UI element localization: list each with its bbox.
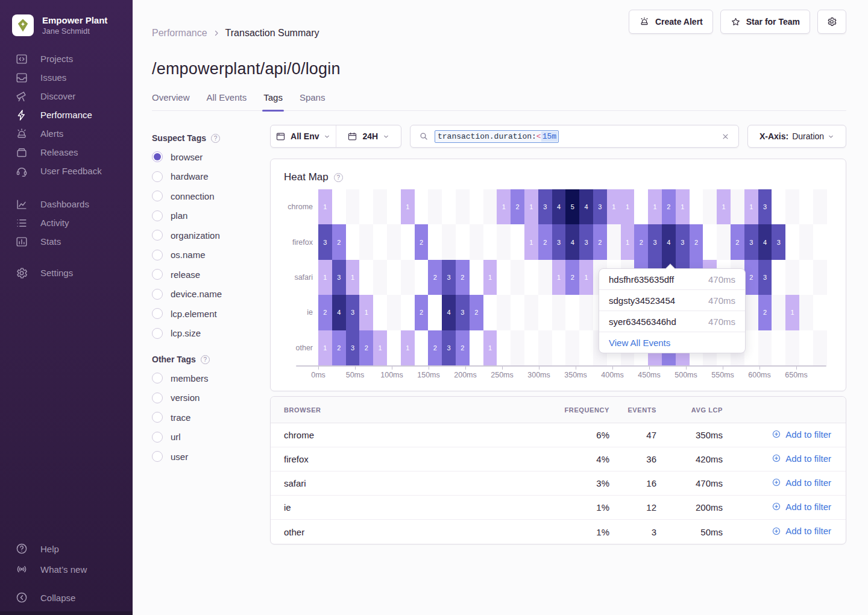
heatmap-cell[interactable]: 3 (346, 295, 360, 330)
sidebar-item-issues[interactable]: Issues (0, 68, 133, 87)
heatmap-cell[interactable]: 2 (456, 260, 470, 295)
heatmap-cell[interactable]: 2 (415, 295, 429, 330)
radio-icon[interactable] (152, 230, 163, 241)
heatmap-cell[interactable]: 3 (579, 224, 593, 259)
add-to-filter-link[interactable]: Add to filter (772, 453, 831, 464)
heatmap-cell[interactable]: 4 (579, 189, 593, 224)
heatmap-cell[interactable]: 2 (332, 330, 346, 365)
sidebar-item-discover[interactable]: Discover (0, 87, 133, 106)
heatmap-cell[interactable]: 2 (538, 224, 552, 259)
heatmap-cell[interactable]: 4 (442, 295, 456, 330)
tag-option-members[interactable]: members (152, 368, 259, 388)
heatmap-cell[interactable]: 2 (318, 295, 332, 330)
heatmap-cell[interactable]: 1 (401, 189, 415, 224)
heatmap-cell[interactable]: 3 (442, 260, 456, 295)
heatmap-cell[interactable]: 2 (332, 224, 346, 259)
heatmap-cell[interactable]: 1 (346, 260, 360, 295)
tag-option-trace[interactable]: trace (152, 408, 259, 427)
heatmap-cell[interactable]: 3 (593, 189, 607, 224)
radio-icon[interactable] (152, 451, 163, 462)
heatmap-cell[interactable]: 2 (456, 330, 470, 365)
heatmap-cell[interactable]: 2 (565, 260, 579, 295)
heatmap-cell[interactable]: 2 (634, 224, 648, 259)
search-filter-token[interactable]: transaction.duration:<15m (435, 130, 559, 143)
heatmap-cell[interactable]: 3 (552, 224, 566, 259)
sidebar-item-alerts[interactable]: Alerts (0, 124, 133, 143)
tag-option-release[interactable]: release (152, 265, 259, 285)
radio-icon[interactable] (152, 210, 163, 221)
tab-spans[interactable]: Spans (300, 92, 326, 110)
tag-option-hardware[interactable]: hardware (152, 167, 259, 187)
org-logo-icon[interactable] (12, 14, 34, 36)
radio-icon[interactable] (152, 289, 163, 300)
radio-icon[interactable] (152, 432, 163, 443)
heatmap-cell[interactable]: 2 (731, 224, 744, 259)
help-circle-icon[interactable]: ? (211, 134, 220, 143)
tab-all-events[interactable]: All Events (207, 92, 247, 110)
create-alert-button[interactable]: Create Alert (629, 10, 713, 34)
heatmap-cell[interactable]: 1 (785, 295, 799, 330)
sidebar-item-performance[interactable]: Performance (0, 106, 133, 124)
help-circle-icon[interactable]: ? (334, 173, 343, 182)
sidebar-item-releases[interactable]: Releases (0, 143, 133, 162)
tooltip-event-row[interactable]: syer63456346hd470ms (599, 311, 745, 332)
tag-option-os-name[interactable]: os.name (152, 245, 259, 265)
sidebar-item-collapse[interactable]: Collapse (0, 587, 133, 608)
settings-gear-button[interactable] (817, 10, 846, 34)
sidebar-item-activity[interactable]: Activity (0, 213, 133, 232)
heatmap-cell[interactable]: 4 (565, 224, 579, 259)
tab-overview[interactable]: Overview (152, 92, 190, 110)
tag-option-device-name[interactable]: device.name (152, 285, 259, 304)
add-to-filter-link[interactable]: Add to filter (772, 478, 831, 488)
tag-option-lcp-element[interactable]: lcp.element (152, 304, 259, 324)
radio-icon[interactable] (152, 412, 163, 423)
view-all-events-link[interactable]: View All Events (599, 332, 745, 353)
heatmap-cell[interactable]: 1 (373, 330, 387, 365)
heatmap-cell[interactable]: 3 (758, 260, 772, 295)
heatmap-cell[interactable]: 1 (318, 330, 332, 365)
heatmap-cell[interactable]: 4 (332, 295, 346, 330)
environment-picker[interactable]: All Env (271, 125, 336, 147)
heatmap-cell[interactable]: 1 (524, 224, 538, 259)
radio-icon[interactable] (152, 151, 163, 162)
heatmap-cell[interactable]: 1 (552, 260, 566, 295)
tag-option-browser[interactable]: browser (152, 147, 259, 167)
heatmap-cell[interactable]: 3 (676, 224, 690, 259)
sidebar-item-stats[interactable]: Stats (0, 232, 133, 251)
heatmap-cell[interactable]: 1 (318, 260, 332, 295)
heatmap-cell[interactable]: 4 (662, 224, 676, 259)
sidebar-item-help[interactable]: Help (0, 538, 133, 559)
radio-icon[interactable] (152, 191, 163, 201)
heatmap-cell[interactable]: 2 (593, 224, 607, 259)
add-to-filter-link[interactable]: Add to filter (772, 429, 831, 440)
heatmap-cell[interactable]: 1 (359, 295, 373, 330)
heatmap-cell[interactable]: 3 (648, 224, 662, 259)
heatmap-cell[interactable]: 2 (415, 224, 429, 259)
heatmap-cell[interactable]: 1 (621, 189, 635, 224)
tag-option-connection[interactable]: connection (152, 186, 259, 206)
tag-option-plan[interactable]: plan (152, 206, 259, 226)
heatmap-cell[interactable]: 1 (401, 330, 415, 365)
tag-option-url[interactable]: url (152, 427, 259, 447)
sidebar-item-dashboards[interactable]: Dashboards (0, 195, 133, 213)
heatmap-cell[interactable]: 3 (772, 224, 785, 259)
search-input[interactable]: transaction.duration:<15m (410, 125, 739, 148)
heatmap-cell[interactable]: 3 (758, 189, 772, 224)
radio-icon[interactable] (152, 308, 163, 319)
heatmap-cell[interactable]: 3 (744, 224, 758, 259)
sidebar-item-settings[interactable]: Settings (0, 263, 133, 282)
heatmap-cell[interactable]: 1 (497, 189, 511, 224)
org-switcher[interactable]: Empower Plant Jane Schmidt (0, 0, 133, 41)
sidebar-item-projects[interactable]: Projects (0, 49, 133, 68)
heatmap-cell[interactable]: 3 (318, 224, 332, 259)
heatmap-cell[interactable]: 1 (524, 189, 538, 224)
heatmap-cell[interactable]: 1 (318, 189, 332, 224)
heatmap-cell[interactable]: 3 (442, 330, 456, 365)
x-axis-selector[interactable]: X-Axis: Duration (747, 125, 846, 148)
heatmap-cell[interactable]: 5 (565, 189, 579, 224)
heatmap-cell[interactable]: 2 (690, 224, 703, 259)
radio-icon[interactable] (152, 328, 163, 339)
radio-icon[interactable] (152, 250, 163, 260)
radio-icon[interactable] (152, 269, 163, 280)
heatmap-cell[interactable]: 2 (758, 295, 772, 330)
